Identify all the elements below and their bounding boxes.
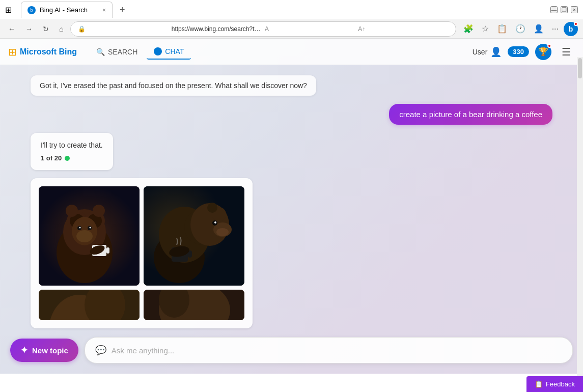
url-text: https://www.bing.com/search?toWww=1&redi… (172, 25, 262, 33)
header-right: User 👤 330 🏆 ☰ (473, 44, 575, 60)
tab-close-button[interactable]: × (102, 7, 106, 14)
tab-bar: b Bing AI - Search × + (16, 1, 546, 19)
bear-image-2[interactable] (144, 186, 244, 286)
bear-image-1[interactable] (39, 186, 140, 286)
scrollbar[interactable] (577, 57, 583, 392)
history-button[interactable]: 🕐 (512, 22, 529, 36)
bing-logo-icon: ⊞ (8, 46, 17, 58)
new-tab-button[interactable]: + (116, 3, 129, 17)
system-message: Got it, I've erased the past and focused… (31, 75, 316, 96)
browser-chrome: ⊞ b Bing AI - Search × + — ❐ × ← → ↻ ⌂ 🔒… (0, 0, 583, 39)
bing-logo-text: Microsoft Bing (20, 47, 77, 57)
new-topic-button[interactable]: ✦ New topic (10, 339, 78, 362)
header-nav: 🔍 SEARCH CHAT (89, 44, 191, 60)
title-bar: ⊞ b Bing AI - Search × + — ❐ × (0, 0, 583, 19)
svg-point-25 (207, 203, 217, 213)
svg-point-7 (66, 205, 78, 217)
collections-button[interactable]: 📋 (494, 22, 510, 36)
svg-point-13 (79, 227, 81, 229)
scrollbar-thumb[interactable] (578, 58, 582, 78)
input-area: ✦ New topic 💬 (0, 332, 583, 374)
svg-point-27 (216, 228, 229, 236)
ai-text: I'll try to create that. (41, 141, 103, 149)
back-button[interactable]: ← (5, 23, 18, 35)
chat-input-box[interactable]: 💬 (85, 337, 573, 363)
address-bar: ← → ↻ ⌂ 🔒 https://www.bing.com/search?to… (0, 19, 583, 39)
chat-nav-button[interactable]: CHAT (147, 44, 191, 60)
tab-title: Bing AI - Search (40, 6, 88, 14)
tab-favicon: b (27, 6, 36, 14)
user-label: User (473, 48, 488, 56)
active-tab[interactable]: b Bing AI - Search × (21, 2, 113, 18)
green-dot (65, 156, 70, 161)
home-button[interactable]: ⌂ (56, 23, 66, 35)
bing-logo: ⊞ Microsoft Bing (8, 46, 77, 58)
favorites-button[interactable]: ☆ (479, 22, 492, 36)
bing-app: ⊞ Microsoft Bing 🔍 SEARCH CHAT User 👤 33… (0, 39, 583, 374)
bing-rewards-button[interactable]: 🏆 (535, 44, 551, 60)
images-card (31, 178, 253, 328)
message-counter: 1 of 20 (41, 154, 103, 162)
menu-button[interactable]: ☰ (558, 44, 575, 60)
ai-message: I'll try to create that. 1 of 20 (31, 133, 113, 170)
user-message: create a picture of a bear drinking a co… (389, 104, 552, 125)
maximize-button[interactable]: ❐ (561, 6, 568, 13)
forward-button[interactable]: → (22, 23, 36, 35)
svg-rect-40 (144, 290, 244, 320)
toolbar-icons: 🧩 ☆ 📋 🕐 👤 ··· b (460, 22, 578, 36)
reader-icon: A (265, 25, 355, 33)
new-topic-icon: ✦ (20, 345, 28, 356)
feedback-button[interactable]: 📋 Feedback (526, 376, 583, 392)
message-input-icon: 💬 (95, 345, 106, 356)
search-nav-icon: 🔍 (96, 48, 105, 56)
bing-header: ⊞ Microsoft Bing 🔍 SEARCH CHAT User 👤 33… (0, 39, 583, 65)
profile-button[interactable]: 👤 (531, 22, 547, 36)
svg-rect-36 (39, 290, 140, 320)
notification-dot (574, 22, 578, 26)
url-input-box[interactable]: 🔒 https://www.bing.com/search?toWww=1&re… (70, 21, 456, 37)
feedback-icon: 📋 (535, 380, 543, 388)
images-grid (39, 186, 244, 320)
settings-button[interactable]: ··· (549, 22, 562, 36)
read-aloud-icon: A↑ (358, 25, 448, 33)
bing-copilot-button[interactable]: b (564, 22, 578, 36)
user-icon: 👤 (490, 46, 502, 58)
svg-point-10 (76, 230, 93, 242)
refresh-button[interactable]: ↻ (40, 23, 52, 35)
browser-icon: ⊞ (5, 5, 12, 15)
svg-point-14 (90, 227, 91, 229)
bear-image-3[interactable] (39, 290, 140, 320)
chat-nav-icon (154, 47, 162, 55)
search-nav-button[interactable]: 🔍 SEARCH (89, 44, 145, 60)
score-badge: 330 (508, 46, 529, 57)
minimize-button[interactable]: — (550, 6, 558, 13)
svg-point-29 (214, 221, 216, 223)
close-window-button[interactable]: × (571, 6, 578, 13)
lock-icon: 🔒 (78, 25, 168, 33)
extensions-button[interactable]: 🧩 (460, 22, 477, 36)
rewards-dot (547, 44, 551, 48)
window-controls: — ❐ × (550, 6, 578, 13)
chat-area[interactable]: Got it, I've erased the past and focused… (0, 65, 583, 332)
bear-image-4[interactable] (144, 290, 244, 320)
chat-input-field[interactable] (112, 346, 562, 355)
rewards-icon: 🏆 (538, 47, 548, 57)
user-area: User 👤 (473, 46, 502, 58)
svg-rect-16 (106, 247, 109, 254)
svg-point-8 (93, 205, 105, 217)
